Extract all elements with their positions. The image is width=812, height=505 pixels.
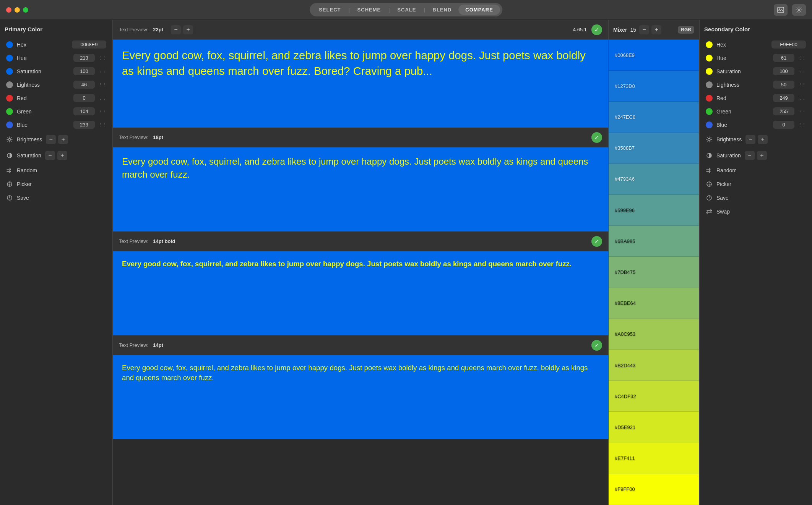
- mixer-item-5[interactable]: #599E96: [609, 195, 699, 226]
- secondary-saturation-value[interactable]: 100: [773, 67, 794, 75]
- svg-line-8: [8, 138, 8, 138]
- mixer-minus[interactable]: −: [639, 25, 649, 34]
- mixer-item-label-4: #4793A6: [615, 176, 635, 182]
- primary-blue-drag[interactable]: ⋮⋮: [99, 123, 106, 127]
- nav-tabs: SELECT | SCHEME | SCALE | BLEND COMPARE: [310, 3, 502, 16]
- primary-hue-drag[interactable]: ⋮⋮: [99, 56, 106, 60]
- ratio-badge-22pt: 4.65:1: [573, 27, 587, 32]
- primary-saturation-value[interactable]: 100: [73, 67, 95, 75]
- primary-picker-row[interactable]: Picker: [5, 177, 108, 191]
- secondary-lightness-drag[interactable]: ⋮⋮: [798, 83, 806, 87]
- secondary-hue-drag[interactable]: ⋮⋮: [798, 56, 806, 60]
- mixer-item-10[interactable]: #B2D443: [609, 350, 699, 381]
- nav-sep-3: |: [423, 7, 425, 13]
- mixer-item-2[interactable]: #247EC8: [609, 102, 699, 133]
- mixer-item-14[interactable]: #F9FF00: [609, 474, 699, 505]
- secondary-swap-row[interactable]: Swap: [704, 205, 807, 219]
- secondary-saturation-controls: − +: [745, 151, 767, 160]
- secondary-saturation-plus[interactable]: +: [757, 151, 767, 160]
- image-icon-button[interactable]: [774, 4, 788, 16]
- mixer-count: 15: [630, 27, 637, 33]
- secondary-lightness-row: Lightness 50 ⋮⋮: [704, 78, 807, 91]
- pass-indicator-22pt: ✓: [591, 24, 602, 35]
- mixer-item-label-12: #D5E921: [615, 424, 635, 430]
- tab-compare[interactable]: COMPARE: [458, 5, 500, 15]
- tab-scheme[interactable]: SCHEME: [351, 5, 388, 15]
- secondary-brightness-minus[interactable]: −: [745, 135, 755, 144]
- primary-red-drag[interactable]: ⋮⋮: [99, 96, 106, 100]
- primary-green-label: Green: [17, 108, 70, 115]
- mixer-item-4[interactable]: #4793A6: [609, 164, 699, 195]
- secondary-sidebar: Secondary Color Hex F9FF00 Hue 61 ⋮⋮ Sat…: [699, 20, 812, 505]
- primary-lightness-value[interactable]: 46: [73, 81, 95, 89]
- save-icon: [6, 194, 13, 201]
- mixer-item-label-1: #1273D8: [615, 83, 635, 89]
- maximize-button[interactable]: [23, 7, 28, 13]
- svg-line-30: [711, 138, 711, 138]
- preview-label-18pt: Text Preview:: [119, 134, 148, 140]
- settings-icon-button[interactable]: [792, 4, 806, 16]
- primary-hue-value[interactable]: 213: [73, 54, 95, 62]
- secondary-green-dot: [706, 108, 713, 115]
- secondary-green-value[interactable]: 255: [773, 107, 794, 115]
- tab-blend[interactable]: BLEND: [426, 5, 459, 15]
- secondary-hex-value[interactable]: F9FF00: [771, 40, 806, 49]
- mixer-item-0[interactable]: #0068E9: [609, 40, 699, 71]
- size-plus-22pt[interactable]: +: [183, 25, 193, 34]
- primary-green-value[interactable]: 104: [73, 107, 95, 115]
- tab-scale[interactable]: SCALE: [390, 5, 423, 15]
- secondary-green-drag[interactable]: ⋮⋮: [798, 109, 806, 113]
- primary-brightness-minus[interactable]: −: [46, 135, 56, 144]
- close-button[interactable]: [6, 7, 11, 13]
- preview-section-14ptbold: Text Preview: 14pt bold ✓ Every good cow…: [113, 231, 608, 335]
- primary-lightness-label: Lightness: [17, 82, 70, 88]
- tab-select[interactable]: SELECT: [312, 5, 348, 15]
- secondary-brightness-plus[interactable]: +: [758, 135, 768, 144]
- secondary-blue-value[interactable]: 0: [773, 121, 794, 129]
- mixer-item-1[interactable]: #1273D8: [609, 71, 699, 102]
- primary-saturation-minus[interactable]: −: [45, 151, 55, 160]
- secondary-hue-value[interactable]: 61: [773, 54, 794, 62]
- primary-red-value[interactable]: 0: [73, 94, 95, 102]
- mixer-item-8[interactable]: #8EBE64: [609, 288, 699, 319]
- primary-hex-value[interactable]: 0068E9: [72, 40, 106, 49]
- secondary-saturation-minus[interactable]: −: [745, 151, 755, 160]
- primary-save-row[interactable]: Save: [5, 191, 108, 205]
- secondary-picker-row[interactable]: Picker: [704, 177, 807, 191]
- primary-saturation-drag[interactable]: ⋮⋮: [99, 69, 106, 73]
- secondary-red-value[interactable]: 249: [773, 94, 794, 102]
- minimize-button[interactable]: [15, 7, 20, 13]
- svg-line-10: [8, 141, 8, 141]
- primary-blue-value[interactable]: 233: [73, 121, 95, 129]
- primary-random-row[interactable]: Random: [5, 163, 108, 177]
- size-minus-22pt[interactable]: −: [171, 25, 181, 34]
- mixer-item-3[interactable]: #3588B7: [609, 133, 699, 164]
- mixer-plus[interactable]: +: [651, 25, 661, 34]
- secondary-random-row[interactable]: Random: [704, 163, 807, 177]
- secondary-saturation-drag[interactable]: ⋮⋮: [798, 69, 806, 73]
- mixer-color-list: #0068E9#1273D8#247EC8#3588B7#4793A6#599E…: [609, 40, 699, 505]
- mixer-item-11[interactable]: #C4DF32: [609, 381, 699, 412]
- mixer-item-6[interactable]: #6BA985: [609, 226, 699, 257]
- secondary-picker-icon: [706, 181, 713, 188]
- secondary-save-row[interactable]: Save: [704, 191, 807, 205]
- mixer-item-13[interactable]: #E7F411: [609, 443, 699, 474]
- secondary-lightness-value[interactable]: 50: [773, 81, 794, 89]
- primary-sidebar: Primary Color Hex 0068E9 Hue 213 ⋮⋮ Satu…: [0, 20, 113, 505]
- secondary-red-drag[interactable]: ⋮⋮: [798, 96, 806, 100]
- mixer-item-12[interactable]: #D5E921: [609, 412, 699, 443]
- mixer-item-9[interactable]: #A0C953: [609, 319, 699, 350]
- primary-lightness-drag[interactable]: ⋮⋮: [99, 83, 106, 87]
- primary-green-drag[interactable]: ⋮⋮: [99, 109, 106, 113]
- secondary-hex-dot: [706, 41, 713, 48]
- primary-brightness-plus[interactable]: +: [58, 135, 68, 144]
- primary-picker-label: Picker: [17, 181, 32, 187]
- secondary-blue-drag[interactable]: ⋮⋮: [798, 123, 806, 127]
- secondary-lightness-label: Lightness: [716, 82, 769, 88]
- mixer-item-7[interactable]: #7DB475: [609, 257, 699, 288]
- svg-point-40: [709, 199, 710, 199]
- picker-icon: [6, 181, 13, 188]
- primary-saturation-plus[interactable]: +: [57, 151, 67, 160]
- preview-size-18pt: 18pt: [153, 134, 163, 140]
- pass-indicator-14pt: ✓: [591, 340, 602, 351]
